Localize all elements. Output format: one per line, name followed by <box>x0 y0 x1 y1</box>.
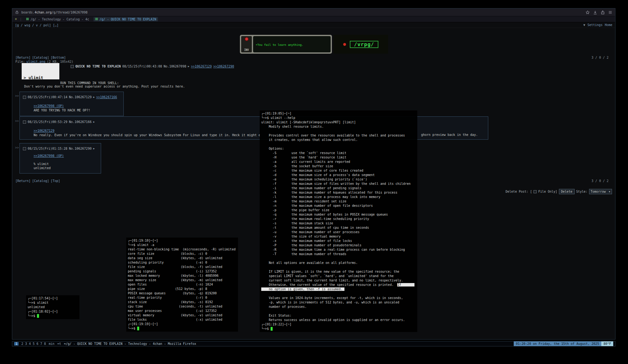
post-date: 08/15/25(Fri)00:53:29 <box>28 120 67 124</box>
post-date: 08/15/25(Fri)00:43:08 <box>122 64 162 68</box>
temperature: 80°F <box>601 341 613 346</box>
post-checkbox[interactable] <box>71 65 74 68</box>
bookmark-star-icon[interactable] <box>586 10 590 14</box>
post-checkbox[interactable] <box>23 96 26 99</box>
download-icon[interactable] <box>593 10 597 14</box>
thread-stats-top: 3 / 0 / 2 <box>592 56 609 60</box>
post-106267166: 08/15/25(Fri)00:53:29 No.106267166 ▶ >>1… <box>19 116 488 140</box>
style-label: Style: <box>576 190 587 194</box>
settings-caret-icon: ▼ <box>583 23 585 27</box>
post-number[interactable]: No.106267098 <box>164 64 186 68</box>
new-tab-button[interactable]: + <box>15 17 17 21</box>
post-date: 08/15/25(Fri)01:15:28 <box>28 147 67 151</box>
tab-catalog[interactable]: /g/ - Technology - Catalog - 4c <box>24 17 91 21</box>
post-text-tail: ghorn preview back in the day. <box>421 133 478 137</box>
browser-toolbar: boards.4chan.org/g/thread/106267098 <box>12 8 615 16</box>
post-106267290: 08/15/25(Fri)01:15:28 No.106267290 ▶ >>1… <box>19 143 101 174</box>
board-nav: [g / wsg / v / pol] […] ▼ Settings Home <box>12 22 615 28</box>
reply-marker: >> <box>15 119 19 123</box>
url-bar[interactable]: boards.4chan.org/g/thread/106267098 <box>21 11 88 14</box>
op-post-header: QUICK NO TIME TO EXPLAIN 08/15/25(Fri)00… <box>71 64 234 68</box>
lock-icon <box>15 9 19 15</box>
backlink[interactable]: >>106267166 <box>96 95 117 99</box>
tv-inv-label: INV <box>244 49 249 51</box>
vrpg-label: /vrpg/ <box>350 41 379 48</box>
tv-red-button-icon <box>245 37 249 41</box>
tab-label: /g/ - Technology - Catalog - 4c <box>30 18 89 21</box>
tab-label: /g/ - QUICK NO TIME TO EXPLAIN <box>100 18 156 21</box>
focused-window-title: =/g/ - QUICK NO TIME TO EXPLAIN - Techno… <box>64 342 196 345</box>
terminal-ulimit-a[interactable]: ┌─[01:19:10]─[~]└─>$ ulimit -areal-time … <box>126 238 238 332</box>
statusbar-right: 01:20:20 on Friday, the 15th of August, … <box>514 341 613 346</box>
red-dot-icon <box>343 43 346 46</box>
wm-mode: min <box>49 342 54 345</box>
post-checkbox[interactable] <box>23 147 26 150</box>
reply-marker: >> <box>15 94 19 98</box>
workspace-1[interactable]: 1 <box>14 342 19 345</box>
return-link[interactable]: [Return] <box>15 56 30 60</box>
board-list[interactable]: [g / wsg / v / pol] […] <box>15 23 58 27</box>
backlink[interactable]: >>106267290 <box>213 64 234 68</box>
quotelink[interactable]: >>106267098 (OP) <box>34 154 64 158</box>
op-comment-continued: Don't worry you don't even need superuse… <box>24 84 185 88</box>
reply-marker: >> <box>15 146 19 150</box>
vrpg-board-banner[interactable]: /vrpg/ <box>333 35 388 54</box>
file-only-checkbox[interactable] <box>533 190 537 193</box>
catalog-link[interactable]: [Catalog] <box>32 56 49 60</box>
post-checkbox[interactable] <box>23 120 26 124</box>
tab-bar: + | /g/ - Technology - Catalog - 4c /g/ … <box>12 16 615 22</box>
op-thumbnail[interactable]: > ulimit unlimited <box>22 63 59 79</box>
quotelink[interactable]: >>106267129 <box>34 129 54 132</box>
post-menu-arrow-icon[interactable]: ▶ <box>93 147 95 151</box>
top-link[interactable]: [Top] <box>51 179 60 183</box>
post-number[interactable]: No.106267166 <box>69 120 91 124</box>
share-icon[interactable] <box>601 10 605 14</box>
delete-post-row: Delete Post: [ File Only] Delete Style: … <box>506 189 612 194</box>
return-link[interactable]: [Return] <box>15 179 30 183</box>
backlink[interactable]: >>106267129 <box>191 64 212 68</box>
post-text: % ulimit <box>34 162 98 166</box>
thread-stats-bottom: 3 / 0 / 2 <box>592 179 609 183</box>
post-number[interactable]: No.106267290 <box>69 147 91 151</box>
thread-controls-top: [Return] [Catalog] [Bottom] <box>15 56 66 60</box>
terminal-ulimit[interactable]: ┌─[01:17:54]─[~]└─>$ ulimitunlimited┌─[0… <box>26 295 79 319</box>
tab-separator: | <box>20 18 22 21</box>
post-number[interactable]: No.106267129 <box>69 95 91 99</box>
thread-controls-bottom: [Return] [Catalog] [Top] <box>15 179 60 183</box>
wm-layout: =t <box>57 342 61 345</box>
post-subject: QUICK NO TIME TO EXPLAIN <box>75 64 121 68</box>
delete-button[interactable]: Delete <box>559 189 575 194</box>
style-select[interactable]: Tomorrow ▾ <box>589 189 612 194</box>
tv-screen: •You fail to learn anything. •You fail t… <box>253 36 331 52</box>
bottom-link[interactable]: [Bottom] <box>51 56 66 60</box>
post-menu-arrow-icon[interactable]: ▶ <box>188 64 189 68</box>
post-106267129: 08/15/25(Fri)00:47:14 No.106267129 ▶ >>1… <box>19 92 124 116</box>
4chan-favicon <box>26 18 29 21</box>
post-text: unlimited <box>34 166 98 170</box>
file-only-label: File Only] <box>538 190 557 194</box>
clock: 01:20:20 on Friday, the 15th of August, … <box>514 341 601 346</box>
tv-control-panel: INV <box>241 36 252 52</box>
chevron-down-icon: ▾ <box>609 190 610 194</box>
tv-ad-banner[interactable]: INV •You fail to learn anything. •You fa… <box>240 35 332 54</box>
post-text: ARE YOU TRYING TO HACK ME OP?! <box>34 108 120 112</box>
wm-status-bar: 1 2 3 4 5 6 7 8 min =t =/g/ - QUICK NO T… <box>12 341 615 346</box>
workspace-list[interactable]: 2 3 4 5 6 7 8 <box>21 342 46 345</box>
settings-link[interactable]: Settings <box>587 23 603 27</box>
post-menu-arrow-icon[interactable]: ▶ <box>93 95 95 99</box>
tab-thread[interactable]: /g/ - QUICK NO TIME TO EXPLAIN <box>94 17 158 21</box>
menu-hamburger-icon[interactable] <box>608 10 612 14</box>
post-date: 08/15/25(Fri)00:47:14 <box>28 95 67 99</box>
catalog-link[interactable]: [Catalog] <box>32 179 49 183</box>
4chan-favicon <box>95 18 98 21</box>
home-link[interactable]: Home <box>605 23 612 27</box>
terminal-ulimit-help[interactable]: ┌─[01:19:05]─[~]└─>$ ulimit --helpulimit… <box>260 110 417 332</box>
delete-post-label: Delete Post: [ <box>506 190 532 194</box>
post-menu-arrow-icon[interactable]: ▶ <box>93 120 95 124</box>
quotelink[interactable]: >>106267098 (OP) <box>34 104 64 108</box>
